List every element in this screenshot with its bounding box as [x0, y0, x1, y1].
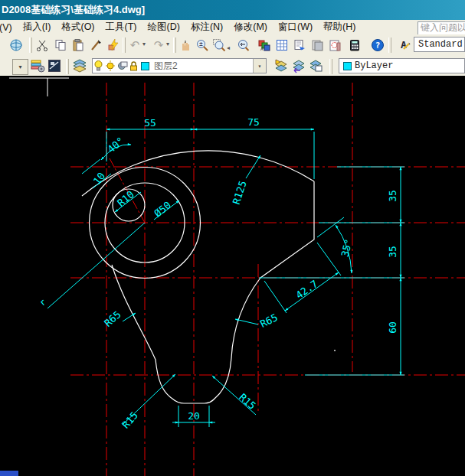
undo-dropdown-icon[interactable]: ▾ — [142, 41, 146, 47]
dim-dia50: Ø50 — [152, 199, 173, 219]
separator — [29, 37, 32, 53]
layer-states-icon[interactable] — [307, 57, 324, 74]
standard-toolbar: ↶ ▾ ↷ ▾ ± ◂ A ? A Standard — [0, 34, 465, 57]
bulb-icon[interactable] — [93, 59, 104, 73]
menu-item-window[interactable]: 窗口(W) — [273, 21, 318, 34]
menu-item-insert[interactable]: 插入(I) — [18, 21, 57, 34]
help-icon[interactable]: ? — [369, 37, 386, 54]
menu-item-modify[interactable]: 修改(M) — [228, 21, 273, 34]
drawing-canvas[interactable]: 55 75 40° 10 R10 Ø50 R125 35 35 60 35° 4… — [0, 76, 465, 476]
dim-20: 20 — [188, 410, 200, 422]
sheet-list-icon[interactable] — [273, 37, 290, 54]
layers-toolbar: ▾ 图层2 ▾ ByLayer — [0, 56, 465, 77]
layers-stack-icon[interactable] — [71, 57, 88, 74]
command-window-fragment — [0, 471, 18, 476]
dim-r15-left: R15 — [120, 409, 140, 430]
match-properties-icon[interactable] — [105, 37, 122, 54]
sun-icon[interactable] — [104, 59, 116, 73]
menu-item-partial[interactable]: (V) — [0, 22, 18, 33]
layer-combo[interactable]: 图层2 ▾ — [92, 58, 267, 73]
dim-r: r — [38, 297, 48, 308]
menu-bar: (V) 插入(I) 格式(O) 工具(T) 绘图(D) 标注(N) 修改(M) … — [0, 20, 465, 35]
menu-item-draw[interactable]: 绘图(D) — [142, 21, 185, 34]
separator — [388, 37, 391, 53]
color-value: ByLayer — [355, 60, 393, 71]
menu-item-format[interactable]: 格式(O) — [56, 21, 100, 34]
layer-off-icon[interactable] — [46, 57, 63, 74]
layer-combo-arrow[interactable]: ▾ — [253, 59, 266, 73]
make-object-layer-current-icon[interactable] — [273, 57, 290, 74]
quick-calc-icon[interactable] — [346, 37, 363, 54]
markup-sets-icon[interactable] — [309, 37, 326, 54]
title-bar: D2008基础练习\基础练习4.dwg] — [0, 0, 465, 20]
autocad-window: { "window": { "title": "D2008基础练习\\基础练习4… — [0, 0, 465, 476]
dim-35-mid: 35 — [387, 246, 398, 258]
redo-dropdown-icon[interactable]: ▾ — [166, 41, 169, 47]
dim-35-top: 35 — [387, 190, 398, 202]
sphere-icon[interactable] — [8, 37, 25, 54]
viewport-freeze-icon[interactable] — [116, 59, 128, 73]
layer-previous-icon[interactable] — [290, 57, 307, 74]
separator — [66, 59, 69, 74]
separator — [329, 59, 332, 74]
svg-text:?: ? — [375, 41, 381, 51]
menu-item-dimension[interactable]: 标注(N) — [185, 21, 228, 34]
tool-palettes-icon[interactable]: A — [256, 37, 273, 54]
markup-clouds-icon[interactable] — [326, 37, 343, 54]
layer-color-swatch[interactable] — [139, 59, 151, 73]
format-painter-icon[interactable] — [87, 37, 104, 54]
lock-icon[interactable] — [128, 59, 139, 73]
dim-r65-left: R65 — [102, 308, 123, 329]
dim-75: 75 — [247, 116, 260, 128]
redo-icon[interactable]: ↷ — [150, 37, 167, 54]
undo-icon[interactable]: ↶ — [126, 37, 143, 54]
crosshair-mark — [9, 78, 69, 96]
paste-icon[interactable] — [70, 37, 87, 54]
svg-text:A: A — [260, 46, 264, 51]
layer-name: 图层2 — [151, 60, 178, 73]
dim-60: 60 — [387, 321, 398, 334]
sheet-set-manager-icon[interactable] — [291, 37, 308, 54]
zoom-dropdown-icon[interactable]: ◂ — [227, 44, 230, 51]
dim-r65-right: R65 — [258, 311, 280, 330]
dim-r15-right: R15 — [237, 391, 257, 412]
color-swatch-icon[interactable] — [339, 59, 355, 73]
zoom-realtime-icon[interactable]: ± — [194, 37, 211, 54]
color-combo[interactable]: ByLayer — [339, 58, 465, 73]
text-style-icon[interactable]: A — [395, 37, 412, 54]
cut-icon[interactable] — [34, 37, 51, 54]
r125-arc — [82, 151, 314, 196]
menu-item-tools[interactable]: 工具(T) — [100, 21, 142, 34]
text-style-combo[interactable]: Standard — [414, 37, 465, 52]
dim-r125: R125 — [231, 179, 249, 205]
zoom-previous-icon[interactable] — [234, 37, 251, 54]
dim-55: 55 — [144, 117, 156, 129]
zoom-window-icon[interactable] — [211, 37, 228, 54]
separator — [173, 37, 176, 53]
copy-icon[interactable] — [52, 37, 69, 54]
dim-42-7: 42.7 — [293, 278, 319, 301]
dim-r10: R10 — [115, 188, 136, 209]
dimension-labels: 55 75 40° 10 R10 Ø50 R125 35 35 60 35° 4… — [38, 116, 398, 431]
help-question-input[interactable]: 键入问题以 — [418, 21, 465, 35]
part-geometry — [82, 151, 314, 403]
menu-item-help[interactable]: 帮助(H) — [318, 21, 361, 34]
blip-mark — [334, 350, 336, 351]
separator — [123, 37, 126, 53]
svg-text:±: ± — [199, 41, 203, 47]
pan-hand-icon[interactable] — [177, 37, 194, 54]
window-title: D2008基础练习\基础练习4.dwg] — [2, 4, 145, 15]
text-style-value: Standard — [414, 39, 463, 50]
layer-properties-icon[interactable] — [29, 57, 46, 74]
dropdown-button[interactable]: ▾ — [12, 59, 28, 75]
